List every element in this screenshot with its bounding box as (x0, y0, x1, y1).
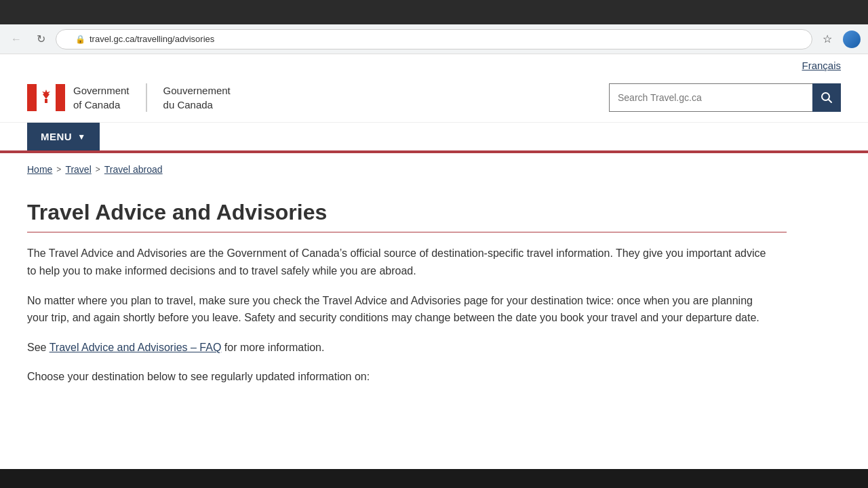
bookmark-icon[interactable]: ☆ (818, 30, 837, 49)
govt-name-fr-line2: du Canada (163, 98, 231, 112)
svg-line-5 (829, 100, 832, 103)
svg-rect-3 (45, 99, 47, 103)
menu-button[interactable]: MENU ▼ (27, 123, 100, 150)
content-paragraph-4: Choose your destination below to see reg… (27, 368, 773, 386)
svg-rect-0 (27, 84, 37, 111)
page-title: Travel Advice and Advisories (27, 199, 787, 232)
browser-toolbar: ← ↻ 🔒 travel.gc.ca/travelling/advisories… (0, 24, 868, 54)
govt-name-en-line1: Government (73, 83, 130, 98)
search-icon (821, 92, 833, 104)
browser-actions: ☆ (818, 30, 861, 49)
lock-icon: 🔒 (75, 35, 85, 44)
back-button[interactable]: ← (7, 30, 26, 49)
content-paragraph-2: No matter where you plan to travel, make… (27, 292, 773, 327)
para3-before: See (27, 342, 50, 353)
site-nav: MENU ▼ (0, 123, 868, 153)
search-bar-container (609, 83, 841, 112)
canada-flag (27, 84, 65, 111)
francais-link[interactable]: Français (802, 60, 841, 71)
site-header: Government of Canada Gouvernement du Can… (0, 77, 868, 123)
breadcrumb-sep-2: > (96, 165, 100, 174)
govt-name-en-line2: of Canada (73, 98, 130, 112)
site-wrapper: Français Government of Canada (0, 54, 868, 413)
url-text: travel.gc.ca/travelling/advisories (90, 34, 214, 44)
menu-label: MENU (41, 131, 72, 142)
govt-name-fr-line1: Gouvernement (163, 83, 231, 98)
reload-button[interactable]: ↻ (31, 30, 50, 49)
breadcrumb: Home > Travel > Travel abroad (0, 153, 868, 186)
profile-icon[interactable] (842, 30, 861, 49)
main-content: Travel Advice and Advisories The Travel … (0, 186, 814, 413)
svg-rect-2 (56, 84, 65, 111)
utility-bar: Français (0, 54, 868, 77)
profile-avatar (843, 30, 861, 48)
address-bar: 🔒 travel.gc.ca/travelling/advisories (56, 29, 812, 49)
para3-after: for more information. (221, 342, 324, 353)
faq-link[interactable]: Travel Advice and Advisories – FAQ (50, 342, 222, 353)
breadcrumb-sep-1: > (56, 165, 61, 174)
chevron-down-icon: ▼ (77, 132, 85, 142)
breadcrumb-travel[interactable]: Travel (65, 164, 91, 175)
breadcrumb-home[interactable]: Home (27, 164, 52, 175)
content-paragraph-3: See Travel Advice and Advisories – FAQ f… (27, 339, 773, 357)
search-input[interactable] (609, 83, 812, 112)
breadcrumb-travel-abroad[interactable]: Travel abroad (104, 164, 163, 175)
government-name: Government of Canada Gouvernement du Can… (73, 83, 231, 112)
browser-top-bar (0, 0, 868, 24)
search-button[interactable] (812, 83, 841, 112)
logo-area: Government of Canada Gouvernement du Can… (27, 83, 231, 112)
content-paragraph-1: The Travel Advice and Advisories are the… (27, 245, 773, 279)
